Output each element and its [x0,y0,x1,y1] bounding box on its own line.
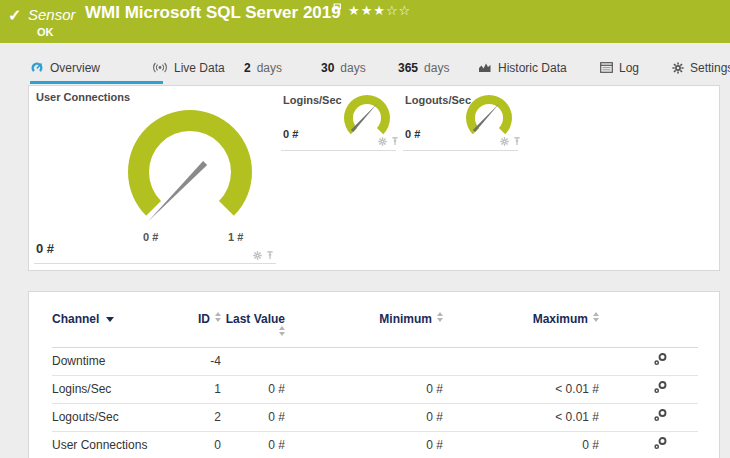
gauge-tools-logouts [500,137,521,146]
gauge-value-logouts: 0 # [405,128,420,140]
column-header-last-value[interactable]: Last Value [221,292,285,347]
column-header-minimum[interactable]: Minimum [285,292,443,347]
gauge-value-user-connections: 0 # [36,241,54,256]
tab-30-days[interactable]: 30 days [321,58,366,81]
table-row-user-connections[interactable]: User Connections 0 0 # 0 # 0 # [52,431,698,458]
status-ok-check-icon: ✓ [8,6,21,25]
sort-icon [279,326,285,336]
gauge-value-logins: 0 # [283,128,298,140]
sort-icon [437,312,443,322]
tab-historic-data[interactable]: Historic Data [478,58,567,81]
tab-overview-label: Overview [50,61,100,75]
cell-id: 1 [182,375,221,403]
column-header-last-value-label: Last Value [226,312,285,326]
channel-settings-icon[interactable] [654,409,668,422]
gauge-scale-max: 1 # [228,231,243,243]
tab-log[interactable]: Log [600,58,639,81]
tab-overview[interactable]: Overview [30,58,163,84]
tab-365-days[interactable]: 365 days [398,58,449,81]
gauge-title-logins: Logins/Sec [283,94,342,106]
table-header-row: Channel ID Last Value Minimum Maximum [52,292,698,347]
gauge-scale-min: 0 # [143,231,158,243]
sort-icon [215,312,221,322]
cell-minimum: 0 # [285,431,443,458]
cell-minimum: 0 # [285,403,443,431]
tab-settings[interactable]: Settings [672,58,730,81]
cell-maximum [443,347,599,375]
column-header-channel[interactable]: Channel [52,292,182,347]
tab-2-days[interactable]: 2 days [244,58,282,81]
gauge-title-logouts: Logouts/Sec [405,94,471,106]
gauge-icon [30,62,44,73]
tab-2-days-number: 2 [244,61,251,75]
priority-flag-icon[interactable] [333,3,342,14]
log-list-icon [600,62,613,73]
column-header-channel-label: Channel [52,312,99,326]
cell-channel: Downtime [52,347,182,375]
cell-id: 0 [182,431,221,458]
gauge-gear-icon[interactable] [253,251,262,260]
sensor-title: WMI Microsoft SQL Server 2019 [85,3,341,23]
gauge-divider [34,263,276,264]
settings-gear-icon [672,62,684,74]
cell-channel: Logins/Sec [52,375,182,403]
table-row-logins[interactable]: Logins/Sec 1 0 # 0 # < 0.01 # [52,375,698,403]
gauge-tools-user-connections [253,251,274,260]
column-header-actions [599,292,698,347]
sort-icon [593,312,599,322]
cell-last-value: 0 # [221,375,285,403]
column-header-id[interactable]: ID [182,292,221,347]
gauges-canvas [29,86,719,270]
gauge-pin-icon[interactable] [513,137,521,146]
cell-maximum: 0 # [443,431,599,458]
gauge-divider [403,150,518,151]
column-header-id-label: ID [198,312,210,326]
live-data-icon [152,62,168,73]
historic-chart-icon [478,62,492,73]
gauge-pin-icon[interactable] [266,251,274,260]
cell-minimum [285,347,443,375]
table-row-logouts[interactable]: Logouts/Sec 2 0 # 0 # < 0.01 # [52,403,698,431]
channel-settings-icon[interactable] [654,437,668,450]
sensor-status-text: OK [37,26,54,38]
user-connections-gauge-needle [148,161,207,222]
channel-settings-icon[interactable] [654,381,668,394]
gauge-tools-logins [378,137,399,146]
tab-30-days-unit: days [340,61,365,75]
cell-last-value: 0 # [221,431,285,458]
cell-id: 2 [182,403,221,431]
tab-settings-label: Settings [690,61,730,75]
tab-365-days-unit: days [424,61,449,75]
gauge-pin-icon[interactable] [391,137,399,146]
cell-maximum: < 0.01 # [443,375,599,403]
channels-table: Channel ID Last Value Minimum Maximum [52,292,698,458]
priority-stars[interactable]: ★★★☆☆ [348,3,411,18]
cell-channel: Logouts/Sec [52,403,182,431]
column-header-maximum-label: Maximum [533,312,588,326]
tab-live-data-label: Live Data [174,61,225,75]
gauge-gear-icon[interactable] [378,137,387,146]
stars-empty: ☆☆ [386,3,411,18]
cell-maximum: < 0.01 # [443,403,599,431]
channel-settings-icon[interactable] [654,353,668,366]
tab-log-label: Log [619,61,639,75]
gauge-gear-icon[interactable] [500,137,509,146]
tab-live-data[interactable]: Live Data [152,58,225,81]
cell-channel: User Connections [52,431,182,458]
tab-historic-data-label: Historic Data [498,61,567,75]
sensor-header-bar: ✓ Sensor WMI Microsoft SQL Server 2019 ★… [0,0,730,43]
user-connections-gauge-arc [128,110,252,216]
sensor-kind-label: Sensor [28,6,76,23]
gauge-divider [281,150,396,151]
cell-last-value: 0 # [221,403,285,431]
column-header-maximum[interactable]: Maximum [443,292,599,347]
column-header-minimum-label: Minimum [379,312,432,326]
cell-id: -4 [182,347,221,375]
sort-desc-icon [106,317,114,322]
table-row-downtime[interactable]: Downtime -4 [52,347,698,375]
tab-2-days-unit: days [257,61,282,75]
stars-filled: ★★★ [348,3,386,18]
gauge-title-user-connections: User Connections [36,91,130,103]
channels-panel: Channel ID Last Value Minimum Maximum [28,291,720,458]
gauges-panel: User Connections 0 # 1 # 0 # Logins/Sec … [28,85,720,271]
